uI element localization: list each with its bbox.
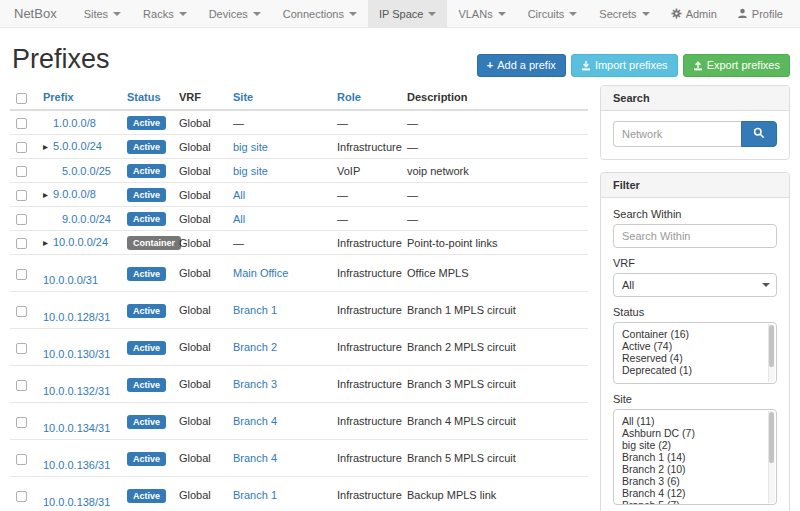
- nav-item-label: Connections: [283, 8, 344, 20]
- site-listbox[interactable]: All (11)Ashburn DC (7)big site (2)Branch…: [613, 409, 777, 505]
- search-input[interactable]: [613, 121, 741, 147]
- row-checkbox[interactable]: [16, 343, 27, 354]
- status-listbox[interactable]: Container (16)Active (74)Reserved (4)Dep…: [613, 322, 777, 384]
- vrf-select[interactable]: All: [613, 273, 777, 297]
- prefix-cell: 10.0.0.130/31: [37, 329, 121, 366]
- nav-item-profile[interactable]: Profile: [727, 0, 793, 27]
- prefix-link[interactable]: 1.0.0.0/8: [53, 117, 96, 129]
- prefix-link[interactable]: 10.0.0.138/31: [43, 496, 110, 508]
- prefix-link[interactable]: 10.0.0.0/31: [43, 274, 98, 286]
- import-prefixes-button[interactable]: Import prefixes: [571, 54, 678, 77]
- row-checkbox[interactable]: [16, 491, 27, 502]
- status-option[interactable]: Container (16): [614, 328, 776, 340]
- prefix-link[interactable]: 9.0.0.0/8: [53, 188, 96, 200]
- nav-item-circuits[interactable]: Circuits: [517, 0, 589, 27]
- brand-logo[interactable]: NetBox: [14, 0, 57, 27]
- site-option[interactable]: big site (2): [614, 439, 776, 451]
- search-button[interactable]: [741, 121, 777, 147]
- add-prefix-button[interactable]: + Add a prefix: [477, 54, 566, 77]
- description-value: —: [407, 117, 418, 129]
- site-link[interactable]: Branch 4: [233, 415, 277, 427]
- nav-item-label: VLANs: [458, 8, 492, 20]
- row-checkbox[interactable]: [16, 214, 27, 225]
- prefix-link[interactable]: 10.0.0.132/31: [43, 385, 110, 397]
- prefix-link[interactable]: 10.0.0.130/31: [43, 348, 110, 360]
- site-option[interactable]: Branch 3 (6): [614, 475, 776, 487]
- site-link[interactable]: big site: [233, 141, 268, 153]
- prefix-cell: ▸9.0.0.0/8: [37, 183, 121, 207]
- role-cell: Infrastructure: [331, 135, 401, 159]
- chevron-down-icon: [349, 12, 357, 16]
- column-sort-link-site[interactable]: Site: [233, 91, 253, 103]
- select-all-checkbox[interactable]: [16, 93, 27, 104]
- site-link[interactable]: All: [233, 213, 245, 225]
- prefix-link[interactable]: 10.0.0.0/24: [53, 236, 108, 248]
- site-link[interactable]: All: [233, 189, 245, 201]
- expand-icon[interactable]: ▸: [43, 236, 53, 250]
- row-checkbox[interactable]: [16, 118, 27, 129]
- nav-item-devices[interactable]: Devices: [198, 0, 272, 27]
- nav-item-sites[interactable]: Sites: [73, 0, 132, 27]
- column-sort-link-role[interactable]: Role: [337, 91, 361, 103]
- description-value: Point-to-point links: [407, 237, 498, 249]
- prefix-link[interactable]: 10.0.0.128/31: [43, 311, 110, 323]
- row-checkbox[interactable]: [16, 269, 27, 280]
- site-link[interactable]: Branch 3: [233, 378, 277, 390]
- prefix-link[interactable]: 10.0.0.134/31: [43, 422, 110, 434]
- site-option[interactable]: Ashburn DC (7): [614, 427, 776, 439]
- site-cell: Main Office: [227, 255, 331, 292]
- site-link[interactable]: Branch 4: [233, 452, 277, 464]
- prefix-link[interactable]: 10.0.0.136/31: [43, 459, 110, 471]
- nav-item-secrets[interactable]: Secrets: [588, 0, 660, 27]
- nav-item-connections[interactable]: Connections: [272, 0, 368, 27]
- scrollbar[interactable]: [768, 324, 775, 382]
- nav-item-label: Circuits: [528, 8, 565, 20]
- site-link[interactable]: Branch 2: [233, 341, 277, 353]
- role-value: Infrastructure: [337, 452, 402, 464]
- nav-item-ip-space[interactable]: IP Space: [368, 0, 447, 27]
- column-sort-link-status[interactable]: Status: [127, 91, 161, 103]
- expand-icon[interactable]: ▸: [43, 140, 53, 154]
- export-prefixes-button[interactable]: Export prefixes: [683, 54, 790, 77]
- site-link[interactable]: Main Office: [233, 267, 288, 279]
- status-option[interactable]: Active (74): [614, 340, 776, 352]
- search-within-input[interactable]: [613, 224, 777, 248]
- nav-item-log-out[interactable]: Log out: [793, 0, 800, 27]
- site-option[interactable]: Branch 5 (7): [614, 499, 776, 505]
- site-link[interactable]: Branch 1: [233, 304, 277, 316]
- description-value: —: [407, 213, 418, 225]
- prefix-link[interactable]: 5.0.0.0/25: [62, 165, 111, 177]
- site-option[interactable]: Branch 4 (12): [614, 487, 776, 499]
- add-prefix-label: Add a prefix: [497, 59, 556, 72]
- site-link[interactable]: big site: [233, 165, 268, 177]
- row-checkbox[interactable]: [16, 190, 27, 201]
- column-label-vrf: VRF: [179, 91, 201, 103]
- site-value: —: [233, 237, 244, 249]
- column-sort-link-prefix[interactable]: Prefix: [43, 91, 74, 103]
- row-checkbox[interactable]: [16, 142, 27, 153]
- description-value: —: [407, 141, 418, 153]
- row-checkbox[interactable]: [16, 306, 27, 317]
- site-option[interactable]: Branch 1 (14): [614, 451, 776, 463]
- site-option[interactable]: Branch 2 (10): [614, 463, 776, 475]
- status-option[interactable]: Reserved (4): [614, 352, 776, 364]
- role-value: Infrastructure: [337, 341, 402, 353]
- row-checkbox[interactable]: [16, 238, 27, 249]
- prefix-link[interactable]: 9.0.0.0/24: [62, 213, 111, 225]
- row-checkbox[interactable]: [16, 380, 27, 391]
- status-badge: Active: [127, 164, 166, 178]
- scrollbar[interactable]: [768, 411, 775, 503]
- row-checkbox[interactable]: [16, 417, 27, 428]
- row-checkbox[interactable]: [16, 454, 27, 465]
- row-checkbox[interactable]: [16, 166, 27, 177]
- status-option[interactable]: Deprecated (1): [614, 364, 776, 376]
- site-link[interactable]: Branch 1: [233, 489, 277, 501]
- prefix-link[interactable]: 5.0.0.0/24: [53, 140, 102, 152]
- nav-item-vlans[interactable]: VLANs: [447, 0, 516, 27]
- expand-icon[interactable]: ▸: [43, 188, 53, 202]
- site-option[interactable]: All (11): [614, 415, 776, 427]
- role-cell: —: [331, 183, 401, 207]
- nav-item-racks[interactable]: Racks: [132, 0, 198, 27]
- nav-item-admin[interactable]: Admin: [661, 0, 727, 27]
- prefix-cell: 10.0.0.136/31: [37, 440, 121, 477]
